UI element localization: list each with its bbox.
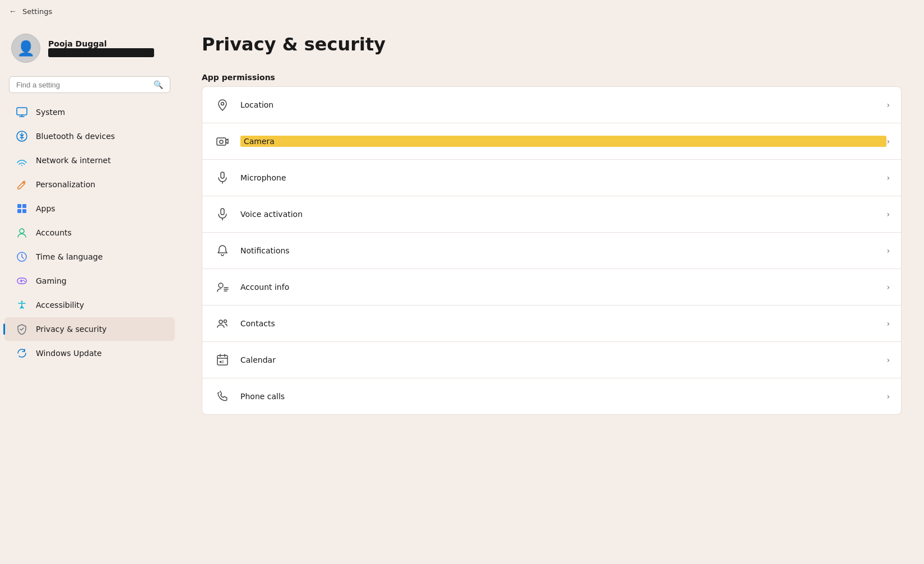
svg-point-2 (21, 165, 22, 166)
phonecalls-icon (213, 387, 231, 405)
calendar-chevron: › (886, 355, 890, 364)
permission-item-contacts[interactable]: Contacts › (202, 306, 901, 342)
accountinfo-chevron: › (886, 283, 890, 292)
search-container: 🔍 (0, 74, 179, 100)
permission-item-microphone[interactable]: Microphone › (202, 160, 901, 196)
permission-label-camera: Camera (240, 136, 886, 147)
search-wrapper: 🔍 (9, 76, 170, 93)
sidebar-item-update[interactable]: Windows Update (4, 341, 175, 365)
camera-icon (213, 132, 231, 150)
title-bar-title: Settings (22, 7, 52, 16)
svg-point-11 (24, 281, 25, 282)
network-icon (16, 154, 28, 167)
apps-icon (16, 202, 28, 215)
svg-rect-3 (17, 204, 21, 208)
user-name: Pooja Duggal (48, 39, 154, 48)
svg-point-15 (220, 140, 223, 144)
sidebar-item-time[interactable]: Time & language (4, 245, 175, 269)
sidebar-item-label-network: Network & internet (36, 156, 111, 165)
permission-item-location[interactable]: Location › (202, 87, 901, 123)
content-area: Privacy & security App permissions Locat… (179, 22, 924, 564)
sidebar-nav: System Bluetooth & devices (0, 100, 179, 366)
avatar-icon: 👤 (17, 40, 35, 57)
svg-point-20 (219, 320, 222, 323)
sidebar-item-label-gaming: Gaming (36, 276, 67, 285)
section-label: App permissions (202, 66, 902, 86)
sidebar-item-bluetooth[interactable]: Bluetooth & devices (4, 124, 175, 148)
sidebar-item-label-personalization: Personalization (36, 180, 95, 189)
time-icon (16, 251, 28, 263)
sidebar-item-personalization[interactable]: Personalization (4, 173, 175, 196)
permission-item-camera[interactable]: Camera › (202, 123, 901, 160)
accountinfo-icon (213, 278, 231, 296)
accessibility-icon (16, 299, 28, 311)
sidebar-item-system[interactable]: System (4, 100, 175, 124)
search-icon: 🔍 (154, 80, 163, 89)
back-button[interactable]: ← (9, 7, 17, 16)
calendar-icon (213, 351, 231, 369)
notifications-chevron: › (886, 246, 890, 255)
accounts-icon (16, 226, 28, 239)
permission-item-phonecalls[interactable]: Phone calls › (202, 378, 901, 414)
user-profile[interactable]: 👤 Pooja Duggal ████████████████████ (0, 27, 179, 74)
permission-item-accountinfo[interactable]: Account info › (202, 269, 901, 306)
permission-label-voice: Voice activation (240, 210, 886, 219)
svg-rect-4 (22, 204, 26, 208)
location-icon (213, 96, 231, 114)
page-title: Privacy & security (202, 34, 902, 55)
avatar: 👤 (11, 34, 40, 63)
permission-label-notifications: Notifications (240, 246, 886, 255)
back-icon: ← (9, 7, 17, 16)
system-icon (16, 106, 28, 118)
permission-item-voice[interactable]: Voice activation › (202, 196, 901, 233)
update-icon (16, 347, 28, 359)
svg-rect-5 (17, 209, 21, 213)
permission-label-accountinfo: Account info (240, 283, 886, 292)
svg-point-7 (20, 229, 24, 233)
notifications-icon (213, 242, 231, 260)
microphone-chevron: › (886, 173, 890, 182)
svg-rect-0 (17, 108, 27, 115)
contacts-icon (213, 315, 231, 332)
svg-rect-14 (217, 138, 226, 145)
sidebar-item-label-privacy: Privacy & security (36, 325, 106, 334)
location-chevron: › (886, 100, 890, 109)
svg-rect-16 (221, 172, 224, 178)
phonecalls-chevron: › (886, 392, 890, 401)
user-email: ████████████████████ (48, 48, 154, 57)
sidebar-item-accessibility[interactable]: Accessibility (4, 293, 175, 317)
personalization-icon (16, 178, 28, 191)
permission-item-calendar[interactable]: Calendar › (202, 342, 901, 378)
contacts-chevron: › (886, 319, 890, 328)
sidebar-item-apps[interactable]: Apps (4, 197, 175, 220)
permission-label-phonecalls: Phone calls (240, 392, 886, 401)
user-info: Pooja Duggal ████████████████████ (48, 39, 154, 57)
svg-rect-6 (22, 209, 26, 213)
sidebar-item-label-system: System (36, 108, 65, 117)
sidebar-item-accounts[interactable]: Accounts (4, 221, 175, 244)
search-input[interactable] (16, 81, 149, 89)
sidebar-item-label-bluetooth: Bluetooth & devices (36, 132, 115, 141)
permission-label-microphone: Microphone (240, 173, 886, 182)
svg-rect-22 (217, 355, 227, 365)
sidebar-item-label-accounts: Accounts (36, 228, 72, 237)
sidebar-item-gaming[interactable]: Gaming (4, 269, 175, 293)
camera-chevron: › (886, 137, 890, 146)
title-bar: ← Settings (0, 0, 924, 22)
svg-point-10 (23, 280, 24, 281)
svg-point-12 (21, 301, 23, 303)
sidebar-item-label-apps: Apps (36, 204, 55, 213)
main-layout: 👤 Pooja Duggal ████████████████████ 🔍 (0, 22, 924, 564)
sidebar-item-label-update: Windows Update (36, 349, 102, 358)
svg-rect-17 (221, 209, 224, 215)
sidebar-item-label-time: Time & language (36, 252, 103, 261)
permission-label-contacts: Contacts (240, 319, 886, 328)
bluetooth-icon (16, 130, 28, 142)
permission-item-notifications[interactable]: Notifications › (202, 233, 901, 269)
microphone-icon (213, 169, 231, 187)
permissions-group: Location › Camera › (202, 86, 902, 415)
sidebar-item-network[interactable]: Network & internet (4, 149, 175, 172)
voice-icon (213, 205, 231, 223)
sidebar-item-privacy[interactable]: Privacy & security (4, 317, 175, 341)
svg-point-21 (224, 320, 227, 323)
